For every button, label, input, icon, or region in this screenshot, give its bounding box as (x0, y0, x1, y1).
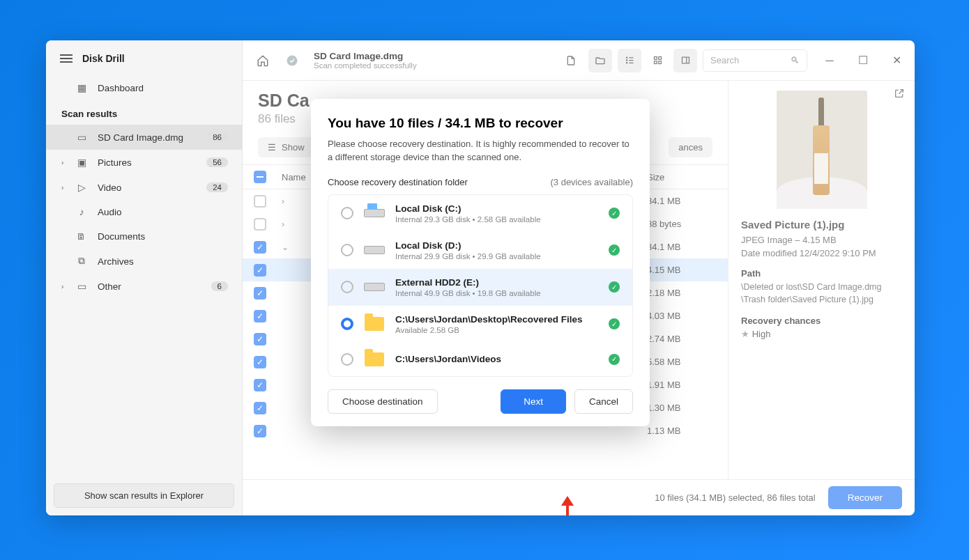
sidebar: Disk Drill ▦ Dashboard Scan results ▭SD … (46, 40, 243, 515)
destination-sub: Available 2.58 GB (395, 326, 599, 334)
destination-name: External HDD2 (E:) (395, 277, 599, 288)
destination-list: Local Disk (C:)Internal 29.3 GB disk • 2… (328, 194, 633, 377)
chevron-icon: › (61, 283, 63, 290)
sidebar-dashboard[interactable]: ▦ Dashboard (46, 75, 242, 100)
app-window: Disk Drill ▦ Dashboard Scan results ▭SD … (46, 40, 915, 515)
destination-available: (3 devices available) (550, 177, 633, 187)
modal-description: Please choose recovery destination. It i… (328, 138, 633, 164)
archive-icon: ⧉ (75, 256, 88, 267)
destination-sub: Internal 29.3 GB disk • 2.58 GB availabl… (395, 215, 599, 224)
destination-radio[interactable] (341, 318, 353, 330)
destination-radio[interactable] (341, 244, 353, 256)
sidebar-item-archives[interactable]: ⧉Archives (46, 249, 242, 274)
destination-name: Local Disk (D:) (395, 240, 599, 251)
destination-item[interactable]: C:\Users\Jordan\Videos✓ (328, 343, 632, 376)
destination-header: Choose recovery destination folder (3 de… (328, 177, 633, 187)
app-title: Disk Drill (82, 53, 125, 64)
sidebar-item-label: Documents (98, 231, 145, 242)
sidebar-bottom: Show scan results in Explorer (46, 476, 242, 515)
show-in-explorer-button[interactable]: Show scan results in Explorer (54, 483, 234, 508)
sidebar-item-other[interactable]: ›▭Other6 (46, 274, 242, 299)
sidebar-header: Disk Drill (46, 40, 242, 75)
sidebar-item-label: Pictures (98, 157, 132, 168)
chevron-icon: › (61, 184, 63, 192)
drive-icon (364, 209, 385, 217)
drive-icon: ▭ (75, 132, 88, 143)
sidebar-item-sd-card-image-dmg[interactable]: ▭SD Card Image.dmg86 (46, 125, 242, 150)
choose-destination-button[interactable]: Choose destination (328, 389, 438, 414)
sidebar-item-badge: 24 (206, 182, 228, 192)
drive-icon (364, 283, 385, 291)
chevron-icon: › (61, 159, 63, 166)
sidebar-item-video[interactable]: ›▷Video24 (46, 175, 242, 200)
check-ok-icon: ✓ (609, 244, 620, 256)
sidebar-dashboard-label: Dashboard (98, 83, 144, 93)
destination-choose-label: Choose recovery destination folder (328, 177, 468, 187)
destination-item[interactable]: C:\Users\Jordan\Desktop\Recovered FilesA… (328, 306, 632, 343)
check-ok-icon: ✓ (609, 281, 620, 293)
folder-icon (365, 352, 384, 366)
sidebar-item-badge: 56 (206, 157, 228, 167)
sidebar-heading: Scan results (46, 100, 242, 125)
destination-radio[interactable] (341, 353, 353, 366)
picture-icon: ▣ (75, 157, 88, 168)
sidebar-item-badge: 86 (206, 132, 228, 142)
audio-icon: ♪ (75, 207, 88, 217)
destination-radio[interactable] (341, 281, 353, 293)
modal-buttons: Choose destination Next Cancel (328, 389, 633, 414)
check-ok-icon: ✓ (609, 318, 620, 329)
folder-icon (365, 317, 384, 331)
modal-title: You have 10 files / 34.1 MB to recover (328, 116, 633, 131)
doc-icon: 🗎 (75, 231, 88, 242)
destination-item[interactable]: Local Disk (D:)Internal 29.9 GB disk • 2… (328, 232, 632, 269)
drive-icon (364, 246, 385, 254)
annotation-arrow (566, 504, 569, 515)
destination-sub: Internal 49.9 GB disk • 19.8 GB availabl… (395, 289, 599, 297)
sidebar-item-label: SD Card Image.dmg (98, 132, 183, 143)
destination-name: C:\Users\Jordan\Videos (395, 354, 599, 364)
recovery-destination-modal: You have 10 files / 34.1 MB to recover P… (311, 99, 650, 426)
destination-name: C:\Users\Jordan\Desktop\Recovered Files (395, 314, 599, 325)
sidebar-item-label: Audio (98, 207, 122, 217)
check-ok-icon: ✓ (609, 354, 620, 365)
other-icon: ▭ (75, 281, 88, 292)
sidebar-item-label: Video (98, 182, 121, 193)
cancel-button[interactable]: Cancel (574, 389, 633, 414)
destination-radio[interactable] (341, 207, 353, 219)
grid-icon: ▦ (75, 82, 88, 93)
sidebar-item-label: Other (98, 281, 121, 292)
sidebar-item-pictures[interactable]: ›▣Pictures56 (46, 150, 242, 175)
destination-item[interactable]: Local Disk (C:)Internal 29.3 GB disk • 2… (328, 195, 632, 232)
destination-name: Local Disk (C:) (395, 203, 599, 214)
sidebar-item-label: Archives (98, 256, 134, 267)
next-button[interactable]: Next (501, 389, 566, 414)
sidebar-item-badge: 6 (211, 281, 228, 291)
sidebar-item-documents[interactable]: 🗎Documents (46, 224, 242, 249)
destination-item[interactable]: External HDD2 (E:)Internal 49.9 GB disk … (328, 269, 632, 306)
check-ok-icon: ✓ (609, 208, 620, 219)
sidebar-item-audio[interactable]: ♪Audio (46, 200, 242, 224)
destination-sub: Internal 29.9 GB disk • 29.9 GB availabl… (395, 252, 599, 260)
video-icon: ▷ (75, 182, 88, 193)
hamburger-icon[interactable] (60, 52, 73, 65)
